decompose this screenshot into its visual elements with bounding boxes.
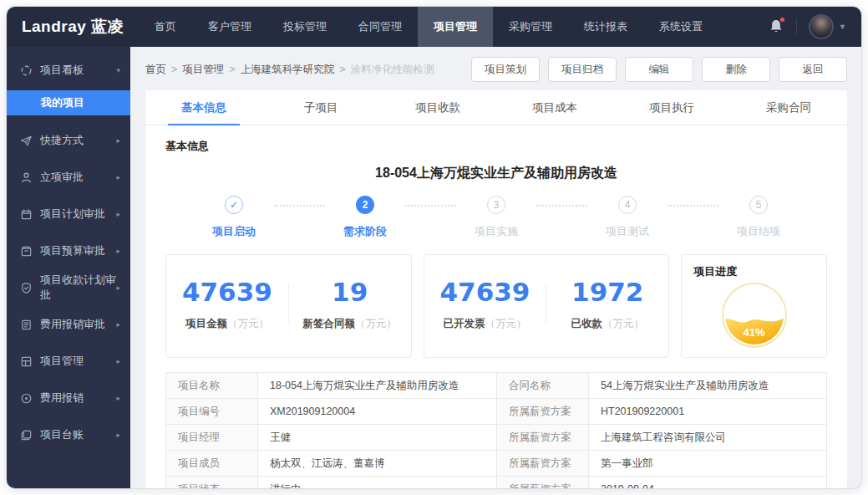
step-label: 项目实施	[475, 224, 518, 239]
project-archive-button[interactable]: 项目归档	[548, 57, 617, 82]
step-requirements-phase: 2 需求阶段	[325, 196, 405, 239]
detail-value: XM201909120004	[258, 399, 497, 425]
breadcrumb-separator: >	[339, 64, 345, 75]
edit-button[interactable]: 编辑	[625, 57, 693, 82]
stat-card-invoicing: 47639 已开发票（万元） 1972 已收款（万元）	[424, 254, 670, 358]
stat-project-amount: 47639 项目金额（万元）	[166, 277, 288, 331]
stat-value: 1972	[546, 277, 668, 307]
step-connector	[536, 205, 587, 207]
nav-item-customers[interactable]: 客户管理	[192, 7, 267, 47]
nav-item-home[interactable]: 首页	[139, 7, 192, 47]
sidebar-item-shortcuts[interactable]: 快捷方式 ▸	[7, 122, 130, 159]
sidebar-item-label: 项目管理	[40, 354, 84, 369]
sidebar-item-label: 快捷方式	[40, 133, 84, 148]
sidebar-item-label: 费用报销	[40, 390, 84, 406]
step-connector	[667, 205, 718, 207]
sidebar-item-budget-approval[interactable]: 项目预算审批 ▸	[7, 232, 130, 269]
stat-label: 新签合同额	[302, 318, 355, 329]
detail-label: 项目经理	[166, 425, 258, 451]
detail-label: 所属薪资方案	[497, 399, 589, 425]
user-avatar	[809, 14, 834, 39]
sidebar-item-expense-reimbursement[interactable]: 费用报销 ▸	[7, 380, 130, 416]
project-details-table: 项目名称 18-054上海万焜实业生产及辅助用房改造 合同名称 54上海万焜实业…	[165, 372, 827, 488]
landray-logo: Landray 蓝凌	[7, 7, 139, 47]
dashboard-icon	[20, 64, 33, 77]
step-number: 5	[749, 196, 768, 214]
tab-project-cost[interactable]: 项目成本	[496, 90, 613, 125]
notification-bell-button[interactable]	[768, 18, 784, 35]
step-connector	[274, 205, 325, 207]
project-planning-button[interactable]: 项目策划	[471, 57, 540, 82]
stat-value: 47639	[166, 277, 288, 307]
sidebar-item-plan-approval[interactable]: 项目计划审批 ▸	[7, 196, 130, 232]
step-label: 项目结项	[737, 224, 780, 239]
tab-sub-projects[interactable]: 子项目	[262, 90, 379, 125]
step-number: 2	[356, 196, 374, 214]
stat-label: 已收款	[571, 318, 602, 329]
shield-icon	[20, 282, 33, 294]
stat-value: 19	[289, 277, 411, 307]
calendar-icon	[20, 208, 33, 221]
chevron-right-icon: ▸	[116, 247, 120, 255]
sidebar-item-project-approval[interactable]: 立项审批 ▸	[7, 159, 130, 196]
nav-item-projects[interactable]: 项目管理	[418, 7, 493, 47]
detail-value: 上海建筑工程咨询有限公司	[589, 425, 827, 451]
sidebar-item-label: 项目看板	[40, 63, 84, 78]
chevron-right-icon: ▸	[116, 173, 120, 181]
sidebar-item-label: 立项审批	[40, 170, 84, 185]
tab-project-execution[interactable]: 项目执行	[613, 90, 730, 125]
sidebar-item-payment-plan-approval[interactable]: 项目收款计划审批 ▸	[7, 269, 130, 306]
chevron-right-icon: ▸	[116, 431, 120, 439]
detail-label: 项目编号	[166, 399, 258, 425]
breadcrumb-home[interactable]: 首页	[145, 63, 166, 77]
detail-value: HT201909220001	[589, 399, 827, 425]
tab-project-payment[interactable]: 项目收款	[379, 90, 496, 125]
breadcrumb-project-management[interactable]: 项目管理	[182, 63, 224, 77]
breadcrumb: 首页 > 项目管理 > 上海建筑科学研究院 > 涂料净化性能检测	[145, 63, 434, 77]
table-row: 项目状态 进行中 所属薪资方案 2019-09-04	[166, 477, 827, 489]
nav-item-reports[interactable]: 统计报表	[568, 7, 643, 47]
progress-title: 项目进度	[693, 264, 815, 279]
nav-item-procurement[interactable]: 采购管理	[493, 7, 568, 47]
detail-label: 合同名称	[497, 373, 589, 399]
tab-basic-info[interactable]: 基本信息	[145, 90, 262, 125]
detail-label: 项目成员	[166, 451, 258, 477]
sidebar-item-my-projects[interactable]: 我的项目	[7, 90, 130, 115]
sidebar-item-label: 费用报销审批	[40, 317, 105, 332]
chevron-right-icon: ▸	[116, 210, 120, 218]
nav-item-contracts[interactable]: 合同管理	[343, 7, 418, 47]
sidebar-item-project-ledger[interactable]: 项目台账 ▸	[7, 416, 130, 453]
tab-purchase-contract[interactable]: 采购合同	[730, 90, 847, 125]
chevron-right-icon: ▸	[116, 320, 120, 329]
topbar-divider	[796, 19, 797, 34]
topbar-right: ▼	[768, 7, 861, 47]
stat-card-amounts: 47639 项目金额（万元） 19 新签合同额（万元）	[165, 254, 412, 358]
delete-button[interactable]: 删除	[702, 57, 770, 82]
stat-unit: （万元）	[602, 318, 644, 329]
stat-invoiced: 47639 已开发票（万元）	[424, 277, 546, 331]
detail-value: 2019-09-04	[589, 477, 827, 489]
sidebar-item-label: 项目收款计划审批	[40, 273, 116, 303]
chevron-right-icon: ▸	[116, 136, 120, 145]
sidebar-item-project-management[interactable]: 项目管理 ▸	[7, 343, 130, 380]
nav-item-bidding[interactable]: 投标管理	[267, 7, 343, 47]
person-icon	[20, 171, 33, 184]
paper-plane-icon	[20, 135, 33, 147]
detail-label: 所属薪资方案	[497, 477, 589, 489]
nav-item-settings[interactable]: 系统设置	[643, 7, 718, 47]
back-button[interactable]: 返回	[779, 57, 847, 82]
table-row: 项目成员 杨太双、江远涛、董嘉博 所属薪资方案 第一事业部	[166, 451, 827, 477]
progress-percent: 41%	[722, 326, 787, 339]
user-menu[interactable]: ▼	[809, 14, 846, 39]
breadcrumb-institute[interactable]: 上海建筑科学研究院	[241, 63, 335, 77]
detail-value: 第一事业部	[589, 451, 827, 477]
breadcrumb-current-page: 涂料净化性能检测	[350, 63, 434, 77]
project-progress-card: 项目进度	[681, 254, 827, 358]
detail-label: 项目状态	[166, 477, 258, 489]
step-number: 4	[618, 196, 637, 214]
chevron-right-icon: ▸	[116, 283, 120, 292]
stat-unit: （万元）	[485, 318, 526, 329]
sidebar-item-project-board[interactable]: 项目看板 ▾	[7, 52, 130, 89]
chevron-right-icon: ▸	[116, 357, 120, 365]
sidebar-item-expense-approval[interactable]: 费用报销审批 ▸	[7, 306, 130, 343]
